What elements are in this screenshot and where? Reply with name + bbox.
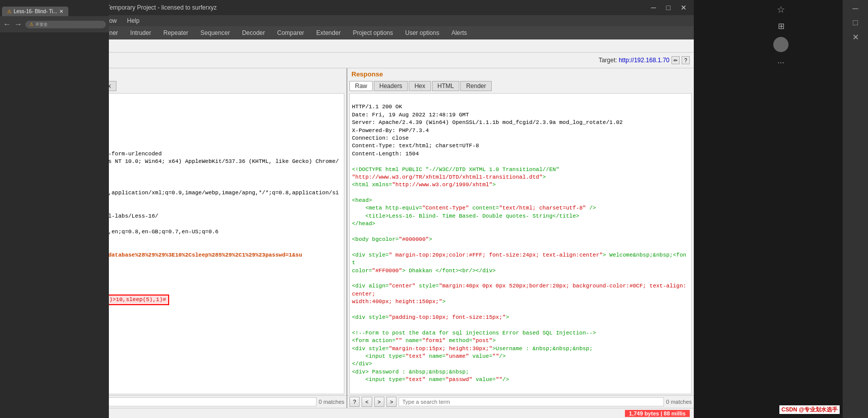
status-bar: Done 1,749 bytes | 88 millis	[0, 408, 694, 418]
minimize-button[interactable]: ─	[648, 3, 659, 13]
sub-tab-2[interactable]: 2 ×	[20, 41, 37, 51]
request-search-prev[interactable]: <	[14, 397, 24, 407]
annotation-box: 1") or if(length(database())>10,sleep(5)…	[16, 295, 169, 305]
tab-alerts[interactable]: Alerts	[446, 27, 472, 38]
request-search-bar: ? < > > 0 matches	[0, 395, 346, 408]
csdn-label: CSDN @专业划水选手	[779, 405, 840, 414]
help-icon[interactable]: ?	[682, 56, 690, 64]
menu-bar: Burp Intruder Repeater Window Help	[0, 15, 694, 26]
go-button[interactable]: Go	[4, 55, 25, 66]
response-search-bar: ? < > > 0 matches	[347, 395, 694, 408]
cancel-button[interactable]: Cancel	[27, 55, 59, 66]
response-matches: 0 matches	[666, 399, 692, 405]
tab-sequencer[interactable]: Sequencer	[195, 27, 235, 38]
response-pane: Response Raw Headers Hex HTML Render HTT…	[347, 68, 694, 408]
request-tab-hex[interactable]: Hex	[95, 81, 116, 91]
menu-window[interactable]: Window	[91, 16, 121, 25]
maximize-button[interactable]: □	[663, 3, 674, 13]
response-tab-hex[interactable]: Hex	[409, 81, 430, 91]
right-sidebar: ☆ ⊞ ··· CSDN @专业划水选手 ─ □ ✕	[694, 0, 868, 418]
tab-comparer[interactable]: Comparer	[271, 27, 309, 38]
request-header: Request	[0, 68, 346, 80]
tab-decoder[interactable]: Decoder	[236, 27, 270, 38]
annotation-text: 5<数据库长度<10	[35, 343, 342, 356]
menu-help[interactable]: Help	[123, 16, 144, 25]
menu-burp[interactable]: Burp	[2, 16, 23, 25]
sub-tab-3[interactable]: 3 ×	[38, 41, 55, 51]
tab-repeater[interactable]: Repeater	[157, 27, 193, 38]
outer-maximize-btn[interactable]: □	[853, 18, 858, 27]
request-search-next-left[interactable]: >	[27, 397, 37, 407]
response-text[interactable]: HTTP/1.1 200 OK Date: Fri, 19 Aug 2022 1…	[350, 94, 691, 394]
app-icon	[4, 4, 12, 12]
title-bar: Burp Suite Professional v1.7.37 - Tempor…	[0, 0, 694, 15]
tab-user-options[interactable]: User options	[400, 27, 445, 38]
outer-close-btn[interactable]: ✕	[852, 32, 859, 42]
main-tabs: Target Proxy Spider Scanner Intruder Rep…	[0, 26, 694, 39]
request-tab-raw[interactable]: Raw	[2, 81, 25, 91]
status-done: Done	[4, 410, 17, 416]
sidebar-grid-icon[interactable]: ⊞	[778, 21, 784, 31]
response-tab-render[interactable]: Render	[460, 81, 491, 91]
close-button[interactable]: ✕	[678, 3, 690, 13]
response-search-next-left[interactable]: >	[374, 397, 384, 407]
nav-prev-button[interactable]: < ▾	[61, 55, 76, 66]
response-tabs: Raw Headers Hex HTML Render	[347, 80, 694, 92]
sidebar-star-icon[interactable]: ☆	[777, 4, 785, 15]
request-line: POST /sql-labs/Less-16/HTTP/1.1 Host: 19…	[5, 104, 339, 242]
request-content: POST /sql-labs/Less-16/HTTP/1.1 Host: 19…	[2, 93, 344, 394]
tab-intruder[interactable]: Intruder	[125, 27, 156, 38]
tab-target[interactable]: Target	[2, 27, 30, 38]
response-doctype: <!DOCTYPE html PUBLIC "-//W3C//DTD XHTML…	[352, 166, 686, 383]
sub-tabs: 1 × 2 × 3 × ...	[0, 39, 694, 53]
tab-extender[interactable]: Extender	[311, 27, 346, 38]
response-tab-raw[interactable]: Raw	[349, 81, 373, 91]
nav-next-button[interactable]: > ▾	[78, 55, 93, 66]
target-url: http://192.168.1.70	[619, 57, 669, 64]
response-tab-html[interactable]: HTML	[432, 81, 460, 91]
request-matches: 0 matches	[319, 399, 344, 405]
sidebar-avatar[interactable]	[773, 37, 788, 52]
split-pane: Request Raw Params Headers Hex POST /sql…	[0, 68, 694, 408]
response-header: Response	[347, 68, 694, 80]
menu-repeater[interactable]: Repeater	[56, 16, 89, 25]
request-pane: Request Raw Params Headers Hex POST /sql…	[0, 68, 347, 408]
request-highlighted-url: uname=1%22%29+or+if%28length%28database%…	[5, 252, 302, 266]
request-help-btn[interactable]: ?	[2, 397, 12, 407]
request-tabs: Raw Params Headers Hex	[0, 80, 346, 92]
toolbar: Go Cancel < ▾ > ▾ Target: http://192.168…	[0, 53, 694, 68]
request-text[interactable]: POST /sql-labs/Less-16/HTTP/1.1 Host: 19…	[3, 94, 344, 394]
request-tab-headers[interactable]: Headers	[59, 81, 93, 91]
response-content: HTTP/1.1 200 OK Date: Fri, 19 Aug 2022 1…	[349, 93, 692, 394]
request-tab-params[interactable]: Params	[26, 81, 58, 91]
sub-tab-more[interactable]: ...	[56, 41, 70, 51]
response-search-prev[interactable]: <	[362, 397, 372, 407]
tab-project-options[interactable]: Project options	[347, 27, 399, 38]
target-label: Target: http://192.168.1.70	[599, 57, 669, 64]
menu-intruder[interactable]: Intruder	[25, 16, 54, 25]
window-title: Burp Suite Professional v1.7.37 - Tempor…	[16, 4, 217, 11]
request-search-next-right[interactable]: >	[39, 397, 49, 407]
edit-icon[interactable]: ✏	[672, 56, 680, 64]
sub-tab-1[interactable]: 1 ×	[2, 41, 19, 51]
response-search-next-right[interactable]: >	[386, 397, 397, 407]
response-tab-headers[interactable]: Headers	[374, 81, 408, 91]
outer-minimize-btn[interactable]: ─	[852, 4, 858, 13]
response-help-btn[interactable]: ?	[349, 397, 360, 407]
tab-scanner[interactable]: Scanner	[90, 27, 124, 38]
request-search-input[interactable]	[51, 397, 317, 406]
response-search-input[interactable]	[399, 397, 664, 406]
sidebar-more-icon[interactable]: ···	[777, 58, 784, 67]
status-bytes: 1,749 bytes | 88 millis	[625, 410, 690, 417]
response-status: HTTP/1.1 200 OK Date: Fri, 19 Aug 2022 1…	[352, 104, 623, 156]
tab-proxy[interactable]: Proxy	[31, 27, 59, 38]
tab-spider[interactable]: Spider	[60, 27, 89, 38]
